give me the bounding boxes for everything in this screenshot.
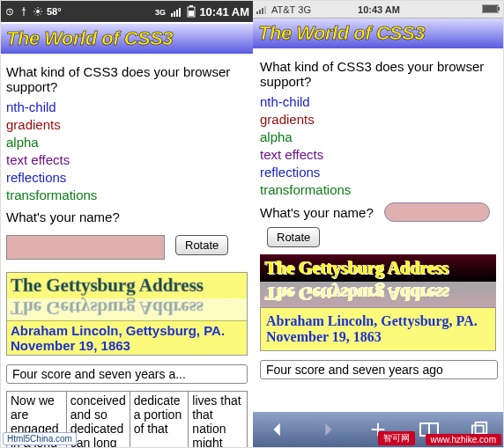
col-3: dedicate a portion of that bbox=[130, 392, 189, 447]
feature-gradients: gradients bbox=[260, 112, 496, 127]
sun-icon bbox=[33, 6, 43, 17]
feature-alpha: alpha bbox=[260, 129, 496, 144]
comparison-stage: 58° 3G 10:41 AM The World of CSS3 What k… bbox=[0, 0, 504, 448]
fourscore-field[interactable]: Four score and seven years a... bbox=[6, 364, 248, 384]
rotate-button[interactable]: Rotate bbox=[175, 235, 228, 255]
support-question: What kind of CSS3 does your browser supp… bbox=[260, 59, 496, 89]
gettysburg-title: The Gettysburg Address bbox=[260, 254, 496, 282]
feature-transformations: transformations bbox=[6, 187, 248, 202]
ios-pane: AT&T 3G 10:43 AM The World of CSS3 What … bbox=[253, 1, 504, 447]
feature-text-effects: text effects bbox=[260, 147, 496, 162]
gettysburg-subtitle: Abraham Lincoln, Gettysburg, PA. Novembe… bbox=[7, 320, 247, 355]
forward-icon[interactable] bbox=[318, 420, 337, 439]
android-pane: 58° 3G 10:41 AM The World of CSS3 What k… bbox=[1, 1, 253, 447]
svg-rect-8 bbox=[189, 5, 193, 7]
clock-label: 10:41 AM bbox=[199, 5, 249, 18]
clock-label: 10:43 AM bbox=[253, 4, 504, 15]
col-4: lives that that nation might bbox=[188, 392, 247, 447]
svg-rect-4 bbox=[174, 11, 175, 17]
feature-gradients: gradients bbox=[6, 117, 248, 132]
svg-rect-5 bbox=[176, 10, 178, 17]
fourscore-field[interactable]: Four score and seven years ago bbox=[260, 360, 498, 379]
signal-icon bbox=[171, 6, 183, 17]
watermark-right-1: 智可网 bbox=[378, 431, 415, 445]
svg-rect-3 bbox=[171, 13, 173, 17]
gettysburg-block: The Gettysburg Address The Gettysburg Ad… bbox=[260, 254, 496, 351]
page-title: The World of CSS3 bbox=[253, 18, 504, 48]
feature-reflections: reflections bbox=[260, 165, 496, 180]
alarm-icon bbox=[4, 6, 15, 17]
feature-nth-child: nth-child bbox=[260, 94, 496, 109]
svg-rect-6 bbox=[179, 8, 181, 17]
feature-transformations: transformations bbox=[260, 182, 496, 197]
usb-icon bbox=[19, 6, 29, 17]
gettysburg-subtitle: Abraham Lincoln, Gettysburg, PA. Novembe… bbox=[260, 307, 496, 351]
svg-point-1 bbox=[36, 10, 40, 13]
battery-icon bbox=[187, 5, 196, 18]
rotate-button[interactable]: Rotate bbox=[267, 227, 320, 247]
page-title: The World of CSS3 bbox=[1, 24, 253, 54]
name-input[interactable] bbox=[384, 202, 490, 222]
temperature-label: 58° bbox=[47, 6, 62, 17]
ios-status-bar: AT&T 3G 10:43 AM bbox=[253, 1, 504, 18]
feature-alpha: alpha bbox=[6, 135, 248, 150]
threeg-icon: 3G bbox=[155, 6, 167, 17]
feature-reflections: reflections bbox=[6, 170, 248, 185]
gettysburg-title-reflection: The Gettysburg Address bbox=[7, 295, 247, 320]
name-label: What's your name? bbox=[6, 209, 248, 224]
gettysburg-block: The Gettysburg Address The Gettysburg Ad… bbox=[6, 272, 248, 356]
gettysburg-title-reflection: The Gettysburg Address bbox=[260, 280, 496, 307]
svg-rect-17 bbox=[475, 422, 486, 434]
watermark-left: Html5China.com bbox=[3, 432, 77, 445]
android-status-bar: 58° 3G 10:41 AM bbox=[1, 1, 253, 22]
svg-text:3G: 3G bbox=[155, 8, 166, 17]
svg-rect-9 bbox=[189, 11, 194, 16]
watermark-right-2: www.hzhike.com bbox=[426, 434, 501, 445]
name-label: What's your name? bbox=[260, 205, 374, 220]
support-question: What kind of CSS3 does your browser supp… bbox=[6, 64, 248, 94]
back-icon[interactable] bbox=[268, 420, 287, 439]
name-input[interactable] bbox=[6, 235, 165, 260]
feature-text-effects: text effects bbox=[6, 152, 248, 167]
feature-nth-child: nth-child bbox=[6, 99, 248, 114]
